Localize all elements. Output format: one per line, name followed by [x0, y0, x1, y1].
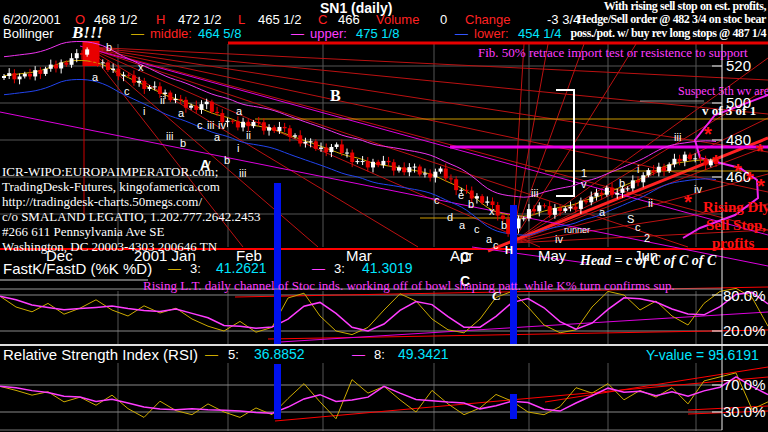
price-chart-canvas[interactable]: [0, 0, 768, 432]
trading-chart-screen: Dec2001 JanFebMarAprMayJun52050048046080…: [0, 0, 768, 432]
